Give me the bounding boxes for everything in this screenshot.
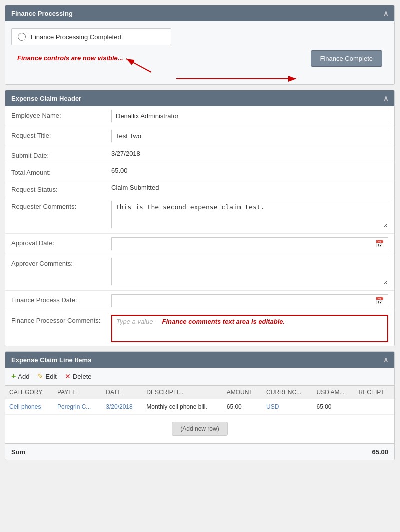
requester-comments-value: This is the second expense claim test. bbox=[112, 201, 388, 230]
col-receipt: RECEIPT bbox=[355, 386, 394, 400]
request-title-row: Request Title: bbox=[6, 126, 394, 146]
approver-comments-value bbox=[112, 258, 388, 287]
finance-process-date-label: Finance Process Date: bbox=[12, 294, 112, 304]
col-date: DATE bbox=[102, 386, 142, 400]
row-receipt bbox=[355, 400, 394, 415]
add-new-row-tr: (Add new row) bbox=[6, 415, 394, 444]
add-icon: + bbox=[12, 372, 16, 381]
expense-claim-header-panel: Expense Claim Header ∧ Employee Name: Re… bbox=[5, 90, 395, 346]
finance-process-date-row: Finance Process Date: 📅 bbox=[6, 291, 394, 312]
approver-comments-textarea[interactable] bbox=[112, 258, 388, 286]
request-title-value bbox=[112, 130, 388, 142]
finance-processing-checkbox-row: Finance Processing Completed bbox=[12, 28, 172, 46]
approval-date-value: 📅 bbox=[112, 238, 388, 250]
col-description: DESCRIPTI... bbox=[142, 386, 222, 400]
finance-complete-button[interactable]: Finance Complete bbox=[311, 50, 383, 67]
table-header-row: CATEGORY PAYEE DATE DESCRIPTI... AMOUNT … bbox=[6, 386, 394, 400]
finance-controls-annotation: Finance controls are now visible... bbox=[18, 54, 124, 62]
submit-date-row: Submit Date: 3/27/2018 bbox=[6, 146, 394, 164]
add-new-row-button[interactable]: (Add new row) bbox=[172, 422, 228, 436]
finance-processor-comments-annotation: Finance comments text area is editable. bbox=[162, 318, 285, 326]
finance-processing-body: Finance Processing Completed Finance con… bbox=[6, 22, 394, 84]
delete-label: Delete bbox=[73, 373, 92, 380]
submit-date-label: Submit Date: bbox=[12, 150, 112, 160]
expense-claim-line-items-title: Expense Claim Line Items bbox=[12, 356, 92, 364]
expense-claim-line-items-header: Expense Claim Line Items ∧ bbox=[6, 352, 394, 368]
total-amount-row: Total Amount: 65.00 bbox=[6, 164, 394, 180]
finance-processor-comments-value: Type a value Finance comments text area … bbox=[112, 315, 388, 342]
delete-button[interactable]: ✕ Delete bbox=[65, 372, 92, 380]
total-amount-label: Total Amount: bbox=[12, 167, 112, 176]
requester-comments-textarea[interactable]: This is the second expense claim test. bbox=[112, 201, 388, 228]
add-label: Add bbox=[18, 373, 30, 380]
edit-icon: ✎ bbox=[38, 372, 44, 380]
finance-process-date-calendar-icon: 📅 bbox=[376, 297, 384, 305]
edit-button[interactable]: ✎ Edit bbox=[38, 372, 56, 380]
expense-header-chevron-icon[interactable]: ∧ bbox=[384, 94, 388, 102]
finance-processing-panel: Finance Processing ∧ Finance Processing … bbox=[5, 5, 395, 85]
delete-icon: ✕ bbox=[65, 372, 71, 380]
finance-process-date-value: 📅 bbox=[112, 294, 388, 308]
row-amount: 65.00 bbox=[223, 400, 262, 415]
finance-process-date-input[interactable]: 📅 bbox=[112, 294, 388, 308]
requester-comments-row: Requester Comments: This is the second e… bbox=[6, 198, 394, 234]
col-amount: AMOUNT bbox=[223, 386, 262, 400]
finance-processing-radio[interactable] bbox=[18, 33, 26, 41]
col-currency: CURRENC... bbox=[262, 386, 312, 400]
row-description: Monthly cell phone bill. bbox=[142, 400, 222, 415]
approval-date-label: Approval Date: bbox=[12, 238, 112, 247]
col-payee: PAYEE bbox=[54, 386, 102, 400]
line-items-table: CATEGORY PAYEE DATE DESCRIPTI... AMOUNT … bbox=[6, 386, 394, 444]
approver-comments-label: Approver Comments: bbox=[12, 258, 112, 268]
svg-line-2 bbox=[126, 59, 152, 72]
row-date: 3/20/2018 bbox=[102, 400, 142, 415]
edit-label: Edit bbox=[46, 373, 56, 380]
approval-date-calendar-icon: 📅 bbox=[376, 240, 384, 248]
requester-comments-label: Requester Comments: bbox=[12, 201, 112, 210]
request-status-value: Claim Submitted bbox=[112, 184, 388, 192]
line-items-toolbar: + Add ✎ Edit ✕ Delete bbox=[6, 368, 394, 386]
row-currency: USD bbox=[262, 400, 312, 415]
expense-claim-header-title: Expense Claim Header bbox=[12, 95, 82, 102]
finance-processing-title: Finance Processing bbox=[12, 10, 73, 18]
col-usd-amount: USD AM... bbox=[313, 386, 355, 400]
finance-processor-comments-row: Finance Processor Comments: Type a value… bbox=[6, 312, 394, 346]
finance-processor-comments-placeholder: Type a value bbox=[116, 318, 153, 326]
employee-name-value bbox=[112, 110, 388, 122]
approval-date-input[interactable]: 📅 bbox=[112, 238, 388, 250]
request-title-input[interactable] bbox=[112, 130, 388, 142]
row-category: Cell phones bbox=[6, 400, 54, 415]
total-amount-value: 65.00 bbox=[112, 167, 388, 174]
finance-processor-comments-label: Finance Processor Comments: bbox=[12, 315, 112, 324]
finance-annotation-container: Finance controls are now visible... Fina… bbox=[12, 52, 388, 78]
expense-claim-header-header: Expense Claim Header ∧ bbox=[6, 90, 394, 106]
employee-name-label: Employee Name: bbox=[12, 110, 112, 120]
sum-row: Sum 65.00 bbox=[6, 444, 394, 460]
approval-date-row: Approval Date: 📅 bbox=[6, 234, 394, 254]
submit-date-value: 3/27/2018 bbox=[112, 150, 388, 158]
approver-comments-row: Approver Comments: bbox=[6, 254, 394, 291]
sum-label: Sum bbox=[12, 448, 26, 456]
request-status-label: Request Status: bbox=[12, 184, 112, 194]
expense-claim-header-body: Employee Name: Request Title: Submit Dat… bbox=[6, 106, 394, 346]
finance-processing-header: Finance Processing ∧ bbox=[6, 6, 394, 22]
line-items-chevron-icon[interactable]: ∧ bbox=[384, 356, 388, 364]
row-payee: Peregrin C... bbox=[54, 400, 102, 415]
request-title-label: Request Title: bbox=[12, 130, 112, 140]
table-row[interactable]: Cell phones Peregrin C... 3/20/2018 Mont… bbox=[6, 400, 394, 415]
row-usd-amount: 65.00 bbox=[313, 400, 355, 415]
employee-name-row: Employee Name: bbox=[6, 106, 394, 126]
col-category: CATEGORY bbox=[6, 386, 54, 400]
sum-value: 65.00 bbox=[372, 448, 388, 456]
expense-claim-line-items-panel: Expense Claim Line Items ∧ + Add ✎ Edit … bbox=[5, 352, 395, 460]
request-status-row: Request Status: Claim Submitted bbox=[6, 180, 394, 198]
chevron-up-icon[interactable]: ∧ bbox=[384, 10, 388, 18]
finance-processing-checkbox-label: Finance Processing Completed bbox=[31, 34, 122, 41]
add-button[interactable]: + Add bbox=[12, 372, 30, 381]
employee-name-input[interactable] bbox=[112, 110, 388, 122]
add-new-row-cell: (Add new row) bbox=[6, 415, 394, 444]
